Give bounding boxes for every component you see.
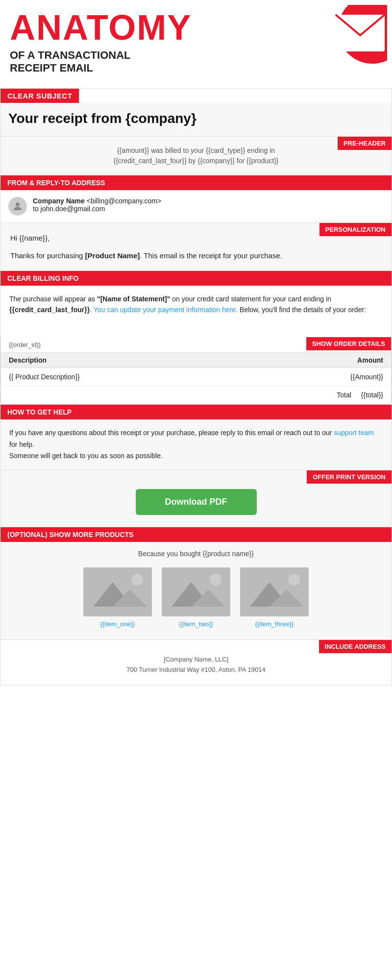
preheader-section: PRE-HEADER {{amount}} was billed to your… xyxy=(0,137,392,175)
svg-point-6 xyxy=(131,574,143,586)
product-description: {{ Product Description}} xyxy=(9,373,80,381)
order-row-product: {{ Product Description}} {{Amount}} xyxy=(1,368,391,386)
address-company: [Company Name, LLC] xyxy=(8,655,384,665)
personalization-text: Hi {{name}}, Thanks for purchasing [Prod… xyxy=(10,232,382,262)
from-section: FROM & REPLY-TO ADDRESS Company Name <bi… xyxy=(0,175,392,223)
personalization-badge: PERSONALIZATION xyxy=(319,223,392,236)
col-amount: Amount xyxy=(357,356,383,364)
product-label-3[interactable]: {{item_three}} xyxy=(255,620,294,628)
subject-text: Your receipt from {company} xyxy=(0,103,392,136)
billing-label-bar: CLEAR BILLING INFO xyxy=(0,271,392,286)
from-details: Company Name <billing@company.com> to jo… xyxy=(33,197,161,213)
svg-point-2 xyxy=(16,202,20,206)
envelope-icon xyxy=(309,5,387,74)
products-section: (OPTIONAL) SHOW MORE PRODUCTS Because yo… xyxy=(0,527,392,640)
products-label-bar: (OPTIONAL) SHOW MORE PRODUCTS xyxy=(0,527,392,542)
from-label-bar: FROM & REPLY-TO ADDRESS xyxy=(0,175,392,190)
download-pdf-button[interactable]: Download PDF xyxy=(136,489,257,515)
print-badge: OFFER PRINT VERSION xyxy=(307,470,392,484)
order-row-total: Total {{total}} xyxy=(1,386,391,404)
help-section: HOW TO GET HELP If you have any question… xyxy=(0,405,392,470)
address-badge: INCLUDE ADDRESS xyxy=(319,640,392,653)
product-name: [Product Name] xyxy=(85,251,140,260)
avatar xyxy=(8,197,27,216)
print-section: OFFER PRINT VERSION Download PDF xyxy=(0,470,392,527)
preheader-text: {{amount}} was billed to your {{card_typ… xyxy=(8,146,384,166)
order-details-badge: SHOW ORDER DETAILS xyxy=(306,337,391,350)
products-intro: Because you bought {{product name}} xyxy=(8,550,384,558)
products-grid: {{item_one}} {{item_two{} xyxy=(8,567,384,628)
product-label-2[interactable]: {{item_two{} xyxy=(179,620,213,628)
billing-section: CLEAR BILLING INFO The purchase will app… xyxy=(0,271,392,405)
preheader-badge: PRE-HEADER xyxy=(338,137,392,150)
header-section: ANATOMY OF A TRANSACTIONALRECEIPT EMAIL xyxy=(0,0,392,88)
address-street: 700 Turner Industrial Way #100, Aston, P… xyxy=(8,665,384,675)
body-text: Thanks for purchasing [Product Name]. Th… xyxy=(10,249,382,262)
support-team-link[interactable]: support team xyxy=(334,429,374,437)
list-item: {{item_two{} xyxy=(162,567,230,628)
product-label-1[interactable]: {{item_one}} xyxy=(100,620,135,628)
help-content: If you have any questions about this rec… xyxy=(0,419,392,470)
order-section: SHOW ORDER DETAILS {{order_id}} {{date}}… xyxy=(0,337,392,404)
products-content: Because you bought {{product name}} {{it… xyxy=(0,542,392,639)
svg-point-10 xyxy=(210,574,221,586)
list-item: {{item_one}} xyxy=(83,567,152,628)
subject-section: CLEAR SUBJECT Your receipt from {company… xyxy=(0,88,392,137)
card-var: {{credit_card_last_four}} xyxy=(9,306,90,314)
payment-update-link[interactable]: You can update your payment information … xyxy=(94,306,238,314)
from-to: to john.doe@gmail.com xyxy=(33,205,105,213)
total-label: Total xyxy=(337,391,351,399)
order-col-labels: Description Amount xyxy=(1,353,391,368)
product-image-1 xyxy=(83,567,152,616)
product-image-2 xyxy=(162,567,230,616)
list-item: {{item_three}} xyxy=(240,567,309,628)
total-value: {{total}} xyxy=(361,391,383,399)
order-id: {{order_id}} xyxy=(9,341,41,348)
product-image-3 xyxy=(240,567,309,616)
from-email: <billing@company.com> xyxy=(87,197,161,205)
svg-point-14 xyxy=(288,574,300,586)
address-section: INCLUDE ADDRESS [Company Name, LLC] 700 … xyxy=(0,640,392,686)
col-description: Description xyxy=(9,356,47,364)
subject-label: CLEAR SUBJECT xyxy=(0,89,79,103)
personalization-section: PERSONALIZATION Hi {{name}}, Thanks for … xyxy=(0,223,392,271)
from-content: Company Name <billing@company.com> to jo… xyxy=(0,190,392,222)
statement-name: "[Name of Statement]" xyxy=(97,295,170,303)
help-label-bar: HOW TO GET HELP xyxy=(0,405,392,419)
product-amount: {{Amount}} xyxy=(350,373,383,381)
from-company-name: Company Name xyxy=(33,197,85,205)
billing-content: The purchase will appear as "[Name of St… xyxy=(0,286,392,323)
